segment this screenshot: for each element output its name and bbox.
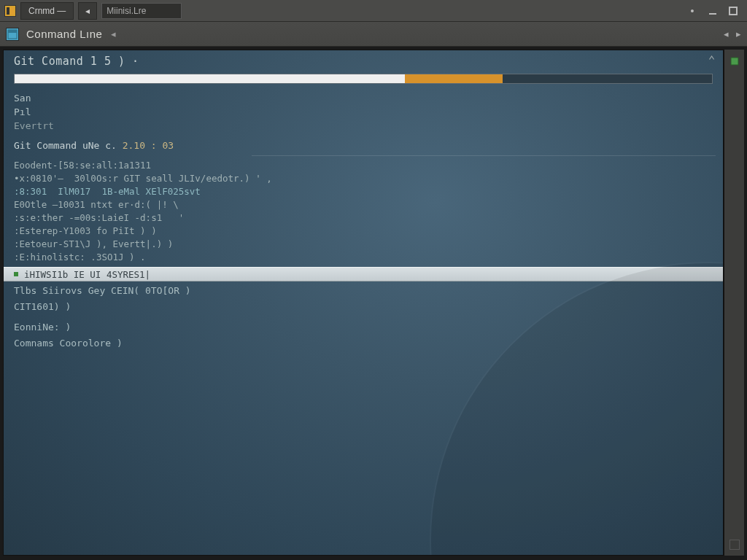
chevron-left-icon: ◂ <box>85 6 90 16</box>
code-line: :Esterep-Y1003 fo PiIt ) ) <box>14 225 713 238</box>
titlebar: Crnmd — ◂ • <box>0 0 747 22</box>
toolbar-nav-arrows: ◂ ▸ <box>724 28 741 39</box>
code-line: :8:301 IlM017 1B-eMal XElF025svt <box>14 185 713 198</box>
chevron-left-icon: ◂ <box>111 28 116 39</box>
document-icon <box>6 28 19 41</box>
window-minimize-icon[interactable] <box>708 6 718 16</box>
svg-rect-3 <box>729 7 737 15</box>
collapse-up-icon[interactable]: ⌃ <box>708 53 716 67</box>
titlebar-tab-1[interactable]: Crnmd — <box>20 2 74 20</box>
lower-block: Tlbs Siirovs Gey CEIN( 0TO[OR ) CIT1601)… <box>4 281 723 351</box>
code-line: :E:hinolistc: .3SO1J ) . <box>14 251 713 264</box>
resize-grip-icon[interactable] <box>729 540 740 550</box>
code-line: :s:e:ther -=00s:LaieI -d:s1 ' <box>14 211 713 225</box>
svg-rect-5 <box>8 30 17 33</box>
titlebar-tab-nav[interactable]: ◂ <box>78 2 97 20</box>
version-prefix: Git Command uNe c. <box>14 140 117 151</box>
window-controls: • <box>687 6 743 16</box>
progress-segment-complete <box>15 74 405 83</box>
toolbar-back-button[interactable]: ◂ <box>111 28 116 39</box>
sidebar-marker-icon[interactable] <box>729 55 740 67</box>
toolbar: Conmand Lıne ◂ ◂ ▸ <box>0 22 747 47</box>
code-line: E0Otle —10031 ntxt er·d:( |! \ <box>14 198 713 211</box>
window-dot-icon[interactable]: • <box>687 6 697 16</box>
toolbar-next-button[interactable]: ▸ <box>736 28 741 39</box>
selection-marker-icon <box>14 272 18 276</box>
quick-lines: San Pıl Evertrt <box>4 88 723 133</box>
lower-line-2: CIT1601) ) <box>14 299 713 315</box>
selected-line[interactable]: iHIWSI1b IE UI 4SYRES1| <box>4 267 723 281</box>
svg-rect-6 <box>731 58 738 65</box>
quick-line-3: Evertrt <box>14 119 713 133</box>
toolbar-prev-button[interactable]: ◂ <box>724 28 729 39</box>
toolbar-title: Conmand Lıne <box>26 28 102 40</box>
titlebar-tab-1-label: Crnmd — <box>28 6 66 16</box>
app-icon <box>4 5 16 17</box>
code-line: •x:0810'— 30l0Os:r GIT seall JLIv/eedotr… <box>14 172 713 185</box>
lower-line-1: Tlbs Siirovs Gey CEIN( 0TO[OR ) <box>14 283 713 299</box>
code-line: :Eetoeur-ST1\J ), Evertt|.) ) <box>14 238 713 251</box>
lower-line-3: EonniNe: ) <box>14 319 713 335</box>
header-divider <box>252 155 716 156</box>
pane-title: Git Comand 1 5 ) · <box>14 55 139 68</box>
svg-rect-0 <box>7 7 9 15</box>
window-maximize-icon[interactable] <box>728 6 738 16</box>
lower-line-4: Comnams Coorolore ) <box>14 335 713 351</box>
selected-line-text: iHIWSI1b IE UI 4SYRES1| <box>24 269 150 280</box>
version-number: 2.10 : 03 <box>123 140 174 151</box>
terminal-pane[interactable]: Git Comand 1 5 ) · ⌃ San Pıl Evertrt Git… <box>3 50 724 556</box>
quick-line-2: Pıl <box>14 105 713 119</box>
svg-rect-1 <box>10 7 14 15</box>
code-line: Eoodent-[58:se:all:1a1311 <box>14 159 713 172</box>
code-block: Eoodent-[58:se:all:1a1311 •x:0810'— 30l0… <box>4 159 723 264</box>
right-sidebar <box>724 50 744 556</box>
client-area: Git Comand 1 5 ) · ⌃ San Pıl Evertrt Git… <box>0 47 747 560</box>
pane-header: Git Comand 1 5 ) · ⌃ <box>4 50 723 72</box>
titlebar-input[interactable] <box>101 3 182 19</box>
version-header: Git Command uNe c. 2.10 : 03 <box>4 136 723 152</box>
quick-line-1: San <box>14 91 713 105</box>
svg-rect-2 <box>709 13 716 15</box>
progress-bar[interactable] <box>14 74 713 84</box>
progress-segment-active <box>405 74 503 83</box>
